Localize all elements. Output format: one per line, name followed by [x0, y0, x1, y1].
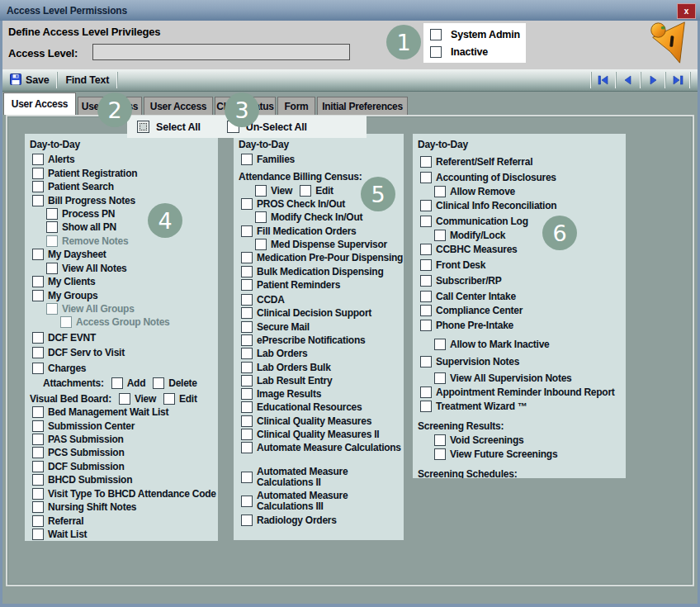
close-button[interactable]: x [677, 3, 696, 19]
save-button[interactable]: Save [3, 71, 55, 89]
checkbox-ccda[interactable] [241, 294, 253, 306]
checkbox-view[interactable] [119, 393, 130, 405]
checkbox-view-all-groups[interactable] [46, 303, 58, 315]
checkbox-patient-search[interactable] [32, 181, 44, 192]
checkbox-modify-check-in-out[interactable] [255, 211, 267, 223]
checkbox-families[interactable] [241, 154, 253, 165]
checkbox-bulk-medication-dispensing[interactable] [241, 266, 253, 277]
checkbox-eprescribe-notifications[interactable] [241, 334, 253, 346]
checkbox-edit[interactable] [163, 393, 175, 405]
checkbox-automated-measure-calculations-ii[interactable] [241, 472, 253, 483]
checkbox-delete[interactable] [153, 377, 164, 389]
toolbar-divider [590, 72, 592, 88]
checkbox-view[interactable] [255, 185, 267, 197]
checkbox-accounting-of-disclosures[interactable] [420, 172, 432, 183]
define-privileges-heading: Define Access Level Privileges [8, 26, 160, 38]
checkbox-lab-orders[interactable] [241, 348, 253, 359]
checkbox-clinical-quality-measures-ii[interactable] [241, 429, 253, 440]
checkbox-process-pn[interactable] [46, 208, 58, 220]
checkbox-edit[interactable] [300, 185, 311, 197]
checkbox-bill-progress-notes[interactable] [32, 195, 44, 206]
annotation-circle-6: 6 [542, 216, 577, 250]
checkbox-my-clients[interactable] [32, 276, 44, 287]
find-text-button-label: Find Text [65, 74, 109, 86]
checkbox-my-daysheet[interactable] [32, 249, 44, 260]
checkbox-view-all-notes[interactable] [46, 263, 58, 274]
checkbox-phone-pre-intake[interactable] [420, 320, 432, 331]
checkbox-radiology-orders[interactable] [241, 515, 253, 526]
checkbox-allow-to-mark-inactive[interactable] [434, 339, 446, 350]
checkbox-label: Patient Search [48, 181, 114, 192]
checkbox-add[interactable] [111, 377, 123, 389]
checkbox-dcf-evnt[interactable] [32, 332, 44, 344]
tab-user-access[interactable]: User Access [144, 97, 213, 115]
tab-initial-preferences[interactable]: Initial Preferences [317, 97, 408, 115]
checkbox-submission-center[interactable] [32, 420, 44, 432]
checkbox-lab-orders-bulk[interactable] [241, 362, 253, 373]
checkbox-communication-log[interactable] [420, 216, 432, 227]
checkbox-charges[interactable] [32, 363, 44, 374]
checkbox-label: Submission Center [48, 420, 135, 432]
checkbox-medication-pre-pour-dispensing[interactable] [241, 252, 253, 263]
select-all-button[interactable]: Select All [137, 121, 201, 133]
checkbox-educational-resources[interactable] [241, 401, 253, 413]
checkbox-show-all-pn[interactable] [46, 221, 58, 233]
checkbox-label: Show all PN [62, 221, 116, 233]
checkbox-med-dispense-supervisor[interactable] [255, 239, 267, 250]
last-record-button[interactable] [667, 72, 688, 88]
checkbox-referral[interactable] [32, 515, 44, 527]
system-admin-checkbox[interactable] [430, 29, 442, 40]
checkbox-bhcd-submission[interactable] [32, 474, 44, 486]
checkbox-image-results[interactable] [241, 388, 253, 400]
checkbox-visit-type-to-bhcd-attendance-code[interactable] [32, 488, 44, 500]
checkbox-clinical-decision-support[interactable] [241, 307, 253, 319]
access-level-input[interactable] [92, 44, 350, 60]
checkbox-dcf-submission[interactable] [32, 461, 44, 472]
checkbox-alerts[interactable] [32, 154, 44, 165]
checkbox-referent-self-referral[interactable] [420, 156, 432, 168]
checkbox-secure-mail[interactable] [241, 321, 253, 333]
checkbox-pros-check-in-out[interactable] [241, 198, 253, 210]
toolbar-divider [640, 72, 641, 88]
checkbox-compliance-center[interactable] [420, 305, 432, 316]
checkbox-front-desk[interactable] [420, 259, 432, 271]
checkbox-lab-result-entry[interactable] [241, 375, 253, 386]
next-record-button[interactable] [642, 72, 664, 88]
inactive-checkbox[interactable] [430, 46, 442, 58]
toolbar-divider [665, 72, 666, 88]
checkbox-automate-measure-calculations[interactable] [241, 442, 253, 453]
checkbox-clinical-quality-measures[interactable] [241, 415, 253, 427]
checkbox-view-future-screenings[interactable] [434, 448, 446, 460]
checkbox-modify-lock[interactable] [434, 230, 446, 241]
checkbox-supervision-notes[interactable] [420, 356, 432, 368]
checkbox-dcf-serv-to-visit[interactable] [32, 347, 44, 358]
checkbox-label: My Daysheet [48, 249, 106, 260]
checkbox-pas-submission[interactable] [32, 434, 44, 445]
checkbox-patient-registration[interactable] [32, 168, 44, 179]
checkbox-allow-remove[interactable] [434, 186, 446, 197]
checkbox-subscriber-rp[interactable] [420, 275, 432, 287]
checkbox-pcs-submission[interactable] [32, 447, 44, 458]
checkbox-treatment-wizard[interactable] [420, 401, 432, 412]
checkbox-remove-notes[interactable] [46, 235, 58, 247]
checkbox-clinical-info-reconciliation[interactable] [420, 200, 432, 211]
checkbox-view-all-supervision-notes[interactable] [434, 372, 446, 384]
checkbox-void-screenings[interactable] [434, 434, 446, 446]
checkbox-wait-list[interactable] [32, 529, 44, 540]
checkbox-nursing-shift-notes[interactable] [32, 501, 44, 513]
checkbox-fill-medication-orders[interactable] [241, 225, 253, 237]
checkbox-automated-measure-calculations-iii[interactable] [241, 496, 253, 507]
checkbox-patient-reminders[interactable] [241, 279, 253, 291]
checkbox-appointment-reminder-inbound-report[interactable] [420, 386, 432, 398]
checkbox-call-center-intake[interactable] [420, 291, 432, 302]
checkbox-bed-management-wait-list[interactable] [32, 406, 44, 418]
checkbox-my-groups[interactable] [32, 290, 44, 301]
previous-record-button[interactable] [617, 72, 639, 88]
checkbox-ccbhc-measures[interactable] [420, 244, 432, 255]
first-record-button[interactable] [593, 72, 614, 88]
tab-user-access[interactable]: User Access [3, 92, 76, 115]
find-text-button[interactable]: Find Text [59, 71, 116, 89]
checkbox-label: DCF Serv to Visit [48, 347, 125, 358]
tab-form[interactable]: Form [277, 97, 315, 115]
checkbox-access-group-notes[interactable] [60, 316, 72, 328]
